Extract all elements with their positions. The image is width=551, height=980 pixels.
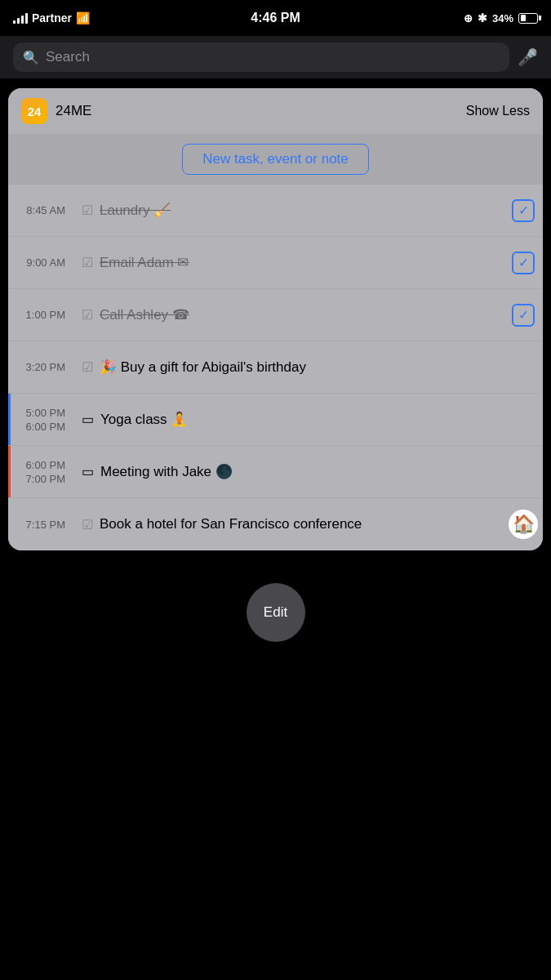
status-bar: Partner 📶 4:46 PM ⊕ ✱ 34% (0, 0, 551, 36)
event-time-start: 6:00 PM (26, 459, 65, 471)
event-time: 7:15 PM (8, 498, 73, 550)
event-action: 🏠 (504, 498, 543, 550)
event-time: 8:45 AM (8, 185, 73, 236)
event-time-start: 5:00 PM (26, 407, 65, 419)
event-action[interactable]: ✓ (504, 289, 543, 341)
event-action[interactable]: ✓ (504, 185, 543, 236)
event-time-range: 6:00 PM 7:00 PM (8, 446, 73, 497)
edit-button[interactable]: Edit (247, 583, 305, 642)
status-time: 4:46 PM (251, 11, 300, 25)
new-task-area: New task, event or note (8, 134, 543, 185)
event-title: 🎉 Buy a gift for Abigail's birthday (100, 359, 306, 376)
screen-record-icon: ⊕ (464, 12, 473, 24)
event-content[interactable]: ☑ Laundry 🧹 (73, 185, 504, 236)
event-time-range: 5:00 PM 6:00 PM (8, 394, 73, 445)
event-row: 9:00 AM ☑ Email Adam ✉ ✓ (8, 237, 543, 289)
event-row: 8:45 AM ☑ Laundry 🧹 ✓ (8, 185, 543, 237)
new-task-button[interactable]: New task, event or note (182, 144, 369, 175)
signal-bars (13, 12, 28, 24)
event-content[interactable]: ☑ 🎉 Buy a gift for Abigail's birthday (73, 341, 543, 393)
checkbox-icon: ☑ (82, 359, 93, 375)
checkbox-icon: ☑ (82, 203, 93, 218)
search-placeholder: Search (46, 49, 90, 65)
event-title: Meeting with Jake 🌑 (100, 463, 233, 480)
event-title: Email Adam ✉ (100, 254, 189, 271)
signal-bar-3 (21, 16, 24, 24)
event-action[interactable]: ✓ (504, 237, 543, 288)
event-title: Call Ashley ☎ (100, 306, 189, 323)
signal-bar-4 (25, 13, 28, 24)
signal-bar-2 (17, 18, 20, 24)
complete-checkbox[interactable]: ✓ (512, 304, 535, 327)
wifi-icon: 📶 (76, 11, 90, 24)
event-row: 1:00 PM ☑ Call Ashley ☎ ✓ (8, 289, 543, 341)
show-less-button[interactable]: Show Less (466, 104, 530, 118)
event-time: 9:00 AM (8, 237, 73, 288)
edit-button-container: Edit (0, 583, 551, 642)
carrier-label: Partner (32, 11, 72, 24)
app-title: 24ME (56, 103, 91, 119)
app-icon-title: 24 24ME (21, 98, 91, 124)
event-time-end: 7:00 PM (26, 473, 65, 485)
event-content[interactable]: ☑ Book a hotel for San Francisco confere… (73, 498, 504, 550)
event-row: 5:00 PM 6:00 PM ▭ Yoga class 🧘 (8, 394, 543, 446)
signal-bar-1 (13, 20, 16, 24)
event-row: 3:20 PM ☑ 🎉 Buy a gift for Abigail's bir… (8, 341, 543, 394)
event-title: Laundry 🧹 (100, 202, 171, 219)
event-content[interactable]: ▭ Yoga class 🧘 (73, 394, 543, 445)
widget-header: 24 24ME Show Less (8, 88, 543, 134)
event-title: Book a hotel for San Francisco conferenc… (100, 516, 362, 532)
complete-checkbox[interactable]: ✓ (512, 199, 535, 222)
complete-checkbox[interactable]: ✓ (512, 252, 535, 274)
app-icon: 24 (21, 98, 47, 124)
status-left: Partner 📶 (13, 11, 90, 24)
event-row: 7:15 PM ☑ Book a hotel for San Francisco… (8, 498, 543, 550)
checkbox-icon: ☑ (82, 307, 93, 323)
hotel-icon: 🏠 (509, 510, 538, 539)
event-title: Yoga class 🧘 (100, 411, 188, 428)
event-time: 3:20 PM (8, 341, 73, 393)
widget-container: 24 24ME Show Less New task, event or not… (8, 88, 543, 550)
checkbox-icon: ☑ (82, 517, 93, 532)
search-bar: 🔍 Search 🎤 (0, 36, 551, 78)
event-list: 8:45 AM ☑ Laundry 🧹 ✓ 9:00 AM ☑ Email Ad… (8, 185, 543, 550)
calendar-icon: ▭ (82, 464, 94, 479)
event-time: 1:00 PM (8, 289, 73, 341)
checkbox-icon: ☑ (82, 255, 93, 270)
search-icon: 🔍 (23, 50, 39, 65)
event-time-end: 6:00 PM (26, 421, 65, 433)
status-right: ⊕ ✱ 34% (464, 11, 538, 24)
calendar-icon: ▭ (82, 412, 94, 427)
event-row: 6:00 PM 7:00 PM ▭ Meeting with Jake 🌑 (8, 446, 543, 498)
event-content[interactable]: ☑ Call Ashley ☎ (73, 289, 504, 341)
battery-percent: 34% (492, 12, 513, 24)
event-content[interactable]: ▭ Meeting with Jake 🌑 (73, 446, 543, 497)
battery-icon (518, 13, 538, 24)
bluetooth-icon: ✱ (478, 11, 487, 24)
microphone-icon[interactable]: 🎤 (518, 47, 538, 67)
search-input-wrapper[interactable]: 🔍 Search (13, 42, 509, 72)
event-content[interactable]: ☑ Email Adam ✉ (73, 237, 504, 288)
